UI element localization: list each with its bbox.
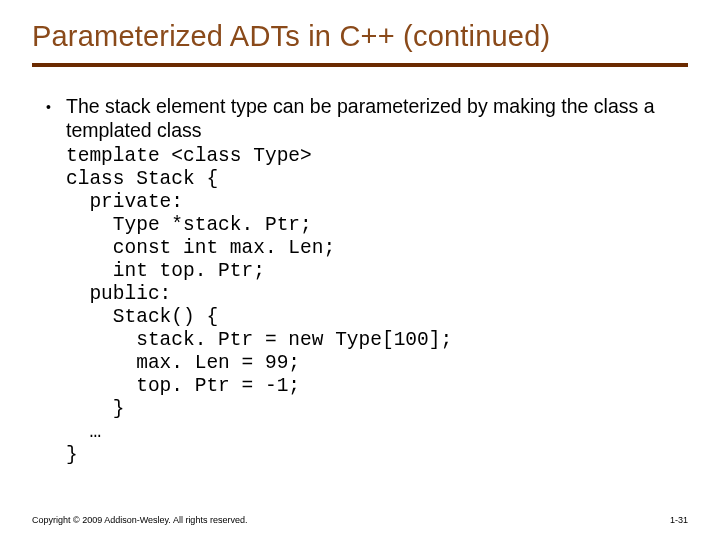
slide: Parameterized ADTs in C++ (continued) Th… bbox=[0, 0, 720, 540]
bullet-item: The stack element type can be parameteri… bbox=[40, 95, 688, 143]
slide-title: Parameterized ADTs in C++ (continued) bbox=[32, 20, 688, 53]
bullet-list: The stack element type can be parameteri… bbox=[40, 95, 688, 143]
footer-copyright: Copyright © 2009 Addison-Wesley. All rig… bbox=[32, 515, 247, 525]
bullet-text: The stack element type can be parameteri… bbox=[66, 95, 655, 141]
footer-page-number: 1-31 bbox=[670, 515, 688, 525]
code-block: template <class Type> class Stack { priv… bbox=[40, 145, 688, 467]
slide-body: The stack element type can be parameteri… bbox=[32, 95, 688, 467]
title-rule bbox=[32, 63, 688, 67]
